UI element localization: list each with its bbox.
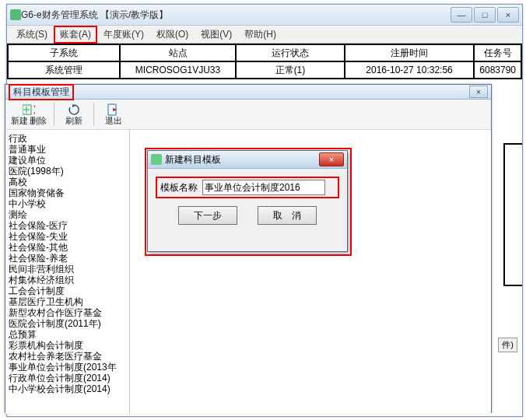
dialog-button-row: 下一步 取 消: [154, 206, 341, 225]
refresh-icon: [68, 103, 80, 116]
table-header-row: 子系统 站点 运行状态 注册时间 任务号: [8, 44, 521, 61]
next-button[interactable]: 下一步: [178, 206, 237, 225]
tree-item[interactable]: 总预算: [9, 329, 129, 340]
tree-item[interactable]: 工会会计制度: [9, 285, 129, 296]
child-close-button[interactable]: ×: [469, 86, 488, 98]
toolbar-del-label: 删除: [30, 116, 47, 125]
maximize-button[interactable]: □: [474, 7, 496, 23]
cell-taskno: 6083790: [474, 61, 521, 79]
toolbar-exit[interactable]: 退出: [100, 103, 127, 125]
template-name-label: 模板名称: [160, 181, 198, 194]
tree-item[interactable]: 医院会计制度(2011年): [9, 318, 129, 329]
tree-item[interactable]: 基层医疗卫生机构: [9, 296, 129, 307]
tree-item[interactable]: 行政单位会计制度(2014): [9, 373, 129, 383]
tree-item[interactable]: 社会保险-其他: [9, 242, 129, 253]
child-toolbar: 新建 删除 刷新 退出: [5, 100, 491, 130]
dialog-body: 模板名称 下一步 取 消: [148, 169, 347, 231]
tree-item[interactable]: 社会保险-养老: [9, 253, 129, 264]
exit-icon: [107, 103, 120, 116]
close-button[interactable]: ×: [497, 7, 519, 23]
th-station: 站点: [120, 44, 236, 61]
window-controls: — □ ×: [451, 7, 519, 23]
tree-item[interactable]: 社会保险-失业: [9, 231, 129, 242]
toolbar-refresh-label: 刷新: [65, 116, 82, 125]
main-title: G6-e财务管理系统 【演示/教学版】: [21, 9, 168, 22]
th-subsystem: 子系统: [8, 44, 120, 61]
tree-item[interactable]: 民间非营利组织: [9, 264, 129, 275]
toolbar-separator: [54, 103, 54, 126]
tree-item[interactable]: 村集体经济组织: [9, 275, 129, 285]
tree-item[interactable]: 农村社会养老医疗基金: [9, 351, 129, 362]
cell-station: MICROSOG1VJU33: [120, 61, 236, 79]
session-table: 子系统 站点 运行状态 注册时间 任务号 系统管理 MICROSOG1VJU33…: [7, 44, 522, 79]
template-name-row: 模板名称: [156, 177, 339, 198]
dialog-titlebar[interactable]: 新建科目模板 ×: [148, 151, 347, 169]
cell-status: 正常(1): [236, 61, 345, 79]
tree-item[interactable]: 中小学校: [9, 198, 129, 209]
menu-year[interactable]: 年度账(Y): [97, 26, 150, 44]
child-titlebar[interactable]: 科目模板管理 ×: [5, 85, 491, 100]
tree-item[interactable]: 医院(1998年): [9, 166, 129, 177]
minimize-button[interactable]: —: [451, 7, 472, 23]
table-row[interactable]: 系统管理 MICROSOG1VJU33 正常(1) 2016-10-27 10:…: [8, 61, 521, 79]
tree-item[interactable]: 建设单位: [9, 155, 129, 166]
new-delete-icon: [23, 103, 35, 116]
menu-permission[interactable]: 权限(O): [150, 26, 195, 44]
svg-marker-8: [113, 108, 117, 111]
cell-subsystem: 系统管理: [8, 61, 120, 79]
tree-item[interactable]: 中小学校会计制度(2014): [9, 383, 129, 394]
tree-item[interactable]: 彩票机构会计制度: [9, 340, 129, 351]
svg-rect-0: [10, 9, 21, 20]
cancel-button[interactable]: 取 消: [258, 206, 317, 225]
toolbar-refresh[interactable]: 刷新: [61, 103, 87, 125]
menu-view[interactable]: 视图(V): [195, 26, 238, 44]
toolbar-separator: [93, 103, 94, 126]
template-tree[interactable]: 行政普通事业建设单位医院(1998年)高校国家物资储备中小学校测绘社会保险-医疗…: [5, 130, 130, 414]
dialog-title: 新建科目模板: [165, 153, 221, 166]
menu-system[interactable]: 系统(S): [10, 26, 54, 44]
toolbar-exit-label: 退出: [105, 116, 122, 125]
tree-item[interactable]: 新型农村合作医疗基金: [9, 307, 129, 318]
tree-item[interactable]: 社会保险-医疗: [9, 220, 129, 231]
app-icon: [10, 9, 21, 20]
dialog-close-button[interactable]: ×: [319, 152, 344, 166]
tree-item[interactable]: 测绘: [9, 209, 129, 220]
template-name-input[interactable]: [202, 180, 325, 195]
tree-item[interactable]: 事业单位会计制度(2013年: [9, 362, 129, 373]
dialog-icon: [151, 154, 162, 165]
tree-item[interactable]: 高校: [9, 177, 129, 187]
tree-item[interactable]: 国家物资储备: [9, 187, 129, 198]
cell-regtime: 2016-10-27 10:32:56: [345, 61, 474, 79]
menu-help[interactable]: 帮助(H): [238, 26, 282, 44]
tree-item[interactable]: 行政: [9, 133, 129, 144]
toolbar-new-label: 新建: [11, 116, 28, 125]
menubar: 系统(S) 账套(A) 年度账(Y) 权限(O) 视图(V) 帮助(H): [7, 26, 522, 44]
tree-item[interactable]: 普通事业: [9, 144, 129, 155]
th-regtime: 注册时间: [345, 44, 474, 61]
background-grid-peek: [503, 143, 522, 286]
statusbar-peek: 件): [498, 338, 517, 352]
th-status: 运行状态: [236, 44, 345, 61]
toolbar-new-delete[interactable]: 新建 删除: [10, 103, 47, 125]
new-template-dialog: 新建科目模板 × 模板名称 下一步 取 消: [147, 150, 348, 252]
menu-account[interactable]: 账套(A): [54, 26, 97, 44]
main-titlebar[interactable]: G6-e财务管理系统 【演示/教学版】 — □ ×: [7, 5, 522, 26]
th-taskno: 任务号: [474, 44, 521, 61]
child-title: 科目模板管理: [9, 84, 74, 100]
